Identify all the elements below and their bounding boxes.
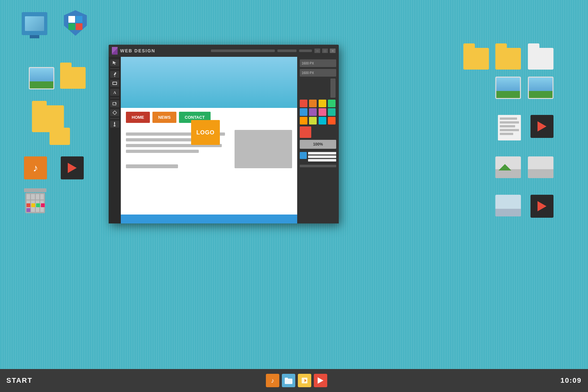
window-body: A [109,57,339,223]
image-icon [29,67,54,89]
maximize-button[interactable]: □ [322,49,328,53]
desktop-icon-image-br3[interactable] [495,195,521,216]
spacer [126,155,230,162]
taskbar: START ♪ 10:09 [0,369,588,392]
window-title: WEB DESIGN [120,48,208,53]
color-swatch-teal[interactable] [328,108,336,116]
text-icon: A [112,90,117,95]
close-button[interactable]: ✕ [330,49,336,53]
color-swatch-pink[interactable] [319,108,326,116]
color-swatch-purple[interactable] [309,108,317,116]
desktop-icon-folder-sm-left[interactable] [50,128,70,145]
image-sky [496,78,520,93]
shield-inner [68,16,82,30]
desktop-icon-image-tr1[interactable] [495,77,521,99]
start-button[interactable]: START [6,376,33,385]
desktop-icon-trash[interactable] [24,188,46,214]
desktop-icon-image-tr2[interactable] [528,77,553,99]
color-swatch-yellow[interactable] [319,100,326,107]
monitor-screen [25,16,44,31]
width-field[interactable]: 1600 PX [300,59,336,67]
shape-icon [112,101,117,106]
desktop-icon-video-tr[interactable] [530,115,553,138]
desktop-icon-music[interactable]: ♪ [24,156,47,179]
toolbar-search-bar[interactable] [211,49,275,52]
color-icon-blue[interactable] [300,152,307,159]
shape-tool[interactable] [110,100,119,107]
color-swatch-cyan[interactable] [319,117,326,124]
taskbar-note-icon[interactable] [298,374,311,387]
desktop-icon-image-tl[interactable] [29,67,54,89]
pen-tool[interactable] [110,71,119,78]
shield-icon [64,10,87,36]
news-button[interactable]: NEWS [152,112,176,123]
video-icon-tr [530,115,553,138]
app-window: WEB DESIGN ─ □ ✕ [109,45,339,223]
color-swatch-red[interactable] [300,100,307,107]
desktop-icon-folder-tr3[interactable] [528,48,553,70]
diamond-icon [112,110,117,115]
desktop-icon-image-br2[interactable] [528,156,553,178]
desktop-icon-doc-tr[interactable] [498,115,521,140]
folder-icon-tr2 [495,48,521,70]
brush-tool[interactable] [110,121,119,128]
desktop-icon-image-br1[interactable] [495,156,521,178]
folder-tab [50,124,58,128]
text-line [126,150,199,153]
height-field[interactable]: 1600 PX [300,69,336,77]
window-titlebar: WEB DESIGN ─ □ ✕ [109,45,339,57]
titlebar-accent [112,47,118,55]
desktop-icon-monitor[interactable] [22,12,47,35]
taskbar-icons: ♪ [266,374,327,387]
clock: 10:09 [561,376,582,385]
svg-marker-7 [113,111,117,115]
taskbar-video-icon[interactable] [314,374,327,387]
svg-marker-6 [115,102,117,104]
taskbar-folder-icon[interactable] [282,374,295,387]
color-swatch-green[interactable] [328,100,336,107]
color-swatch-deep-orange[interactable] [328,117,336,124]
desktop-icon-folder-yellow-tl[interactable] [60,67,86,89]
canvas-footer [121,215,297,223]
folder-icon-tr3 [528,48,553,70]
desktop-icon-shield[interactable] [64,10,87,36]
desktop-icon-folder-tr2[interactable] [495,48,521,70]
taskbar-music-icon[interactable]: ♪ [266,374,279,387]
diamond-tool[interactable] [110,109,119,116]
toolbar-bar-3 [299,49,312,52]
folder-tab [463,43,475,48]
prop-bar [308,155,336,158]
desktop-icon-folder-tr1[interactable] [463,48,489,70]
mountain-shape [499,164,511,170]
text-tool[interactable]: A [110,89,119,96]
color-swatch-amber[interactable] [300,117,307,124]
trash-lid [24,188,46,192]
window-canvas: HOME NEWS CONTACT LOGO [121,57,297,223]
minimize-button[interactable]: ─ [314,49,320,53]
trash-body [25,193,45,213]
doc-line [500,133,513,135]
svg-rect-11 [285,378,288,380]
rectangle-tool[interactable] [110,80,119,87]
play-triangle [538,121,546,132]
canvas-header [121,57,297,108]
logo-sticky[interactable]: LOGO [191,120,220,145]
zoom-field[interactable]: 100% [300,140,336,149]
desktop-icon-video-left[interactable] [61,156,84,179]
home-button[interactable]: HOME [126,112,150,123]
desktop-icon-video-br[interactable] [530,195,553,218]
scroll-handle[interactable] [330,79,336,98]
color-swatch-orange[interactable] [309,100,317,107]
image-placeholder-3 [495,195,521,216]
color-swatch-blue[interactable] [300,108,307,116]
prop-bar [308,152,336,155]
color-swatch-lime[interactable] [309,117,317,124]
cursor-tool[interactable] [110,59,119,66]
width-label: 1600 PX [302,62,314,65]
svg-marker-2 [114,76,115,77]
right-panel: 1600 PX 1600 PX [297,57,339,223]
toolbar-divider-3 [110,118,119,119]
large-swatch-red[interactable] [300,126,311,138]
video-icon [61,156,84,179]
image-sky [30,68,53,83]
